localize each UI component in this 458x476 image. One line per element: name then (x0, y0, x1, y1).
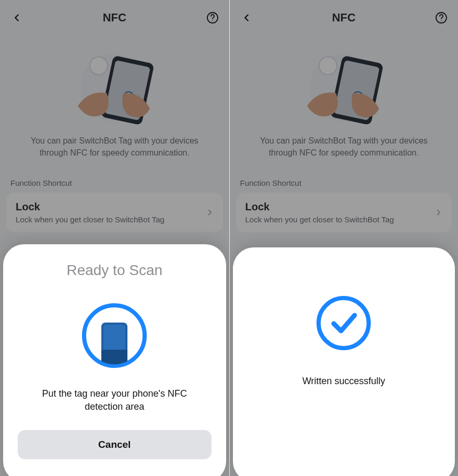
chevron-right-icon (434, 208, 443, 217)
chevron-right-icon (205, 208, 215, 217)
help-icon (435, 11, 448, 24)
sheet-message: Written successfully (292, 375, 396, 388)
section-header: Function Shortcut (230, 169, 459, 193)
function-shortcut-row[interactable]: Lock Lock when you get closer to SwitchB… (236, 193, 452, 232)
page-title: NFC (103, 11, 126, 25)
navbar: NFC (230, 0, 459, 35)
nfc-success-sheet: Written successfully (233, 247, 455, 476)
help-button[interactable] (204, 9, 221, 26)
card-title: Lock (245, 201, 434, 213)
sheet-title: Ready to Scan (66, 262, 162, 279)
hero: You can pair SwitchBot Tag with your dev… (230, 35, 459, 163)
section-header: Function Shortcut (0, 169, 229, 193)
svg-point-17 (319, 57, 337, 75)
chevron-left-icon (241, 12, 252, 23)
card-title: Lock (16, 201, 205, 213)
hero-description: You can pair SwitchBot Tag with your dev… (240, 135, 448, 159)
help-icon (206, 11, 219, 24)
svg-point-12 (441, 20, 442, 21)
card-subtitle: Lock when you get closer to SwitchBot Ta… (16, 215, 205, 224)
side-by-side-stage: NFC You can pair SwitchBot Tag with your… (0, 0, 458, 476)
cancel-button[interactable]: Cancel (18, 430, 212, 459)
section-divider (230, 163, 459, 169)
nfc-phone-icon (80, 302, 148, 370)
svg-point-18 (319, 298, 369, 348)
hero: You can pair SwitchBot Tag with your dev… (0, 35, 229, 163)
function-shortcut-row[interactable]: Lock Lock when you get closer to SwitchB… (6, 193, 223, 232)
section-divider (0, 163, 229, 169)
svg-point-1 (212, 20, 213, 21)
hero-description: You can pair SwitchBot Tag with your dev… (10, 135, 219, 159)
nfc-illustration-icon (286, 46, 401, 124)
left-pane: NFC You can pair SwitchBot Tag with your… (0, 0, 229, 476)
back-button[interactable] (238, 9, 255, 26)
chevron-left-icon (11, 12, 22, 23)
sheet-message: Put the tag near your phone's NFC detect… (18, 387, 212, 413)
navbar: NFC (0, 0, 229, 35)
help-button[interactable] (433, 9, 450, 26)
card-text: Lock Lock when you get closer to SwitchB… (16, 201, 205, 224)
svg-point-6 (90, 57, 108, 75)
card-text: Lock Lock when you get closer to SwitchB… (245, 201, 434, 224)
nfc-illustration-icon (57, 46, 172, 124)
card-subtitle: Lock when you get closer to SwitchBot Ta… (245, 215, 434, 224)
page-title: NFC (332, 11, 356, 25)
checkmark-circle-icon (310, 289, 378, 357)
nfc-scan-sheet: Ready to Scan Put the tag near your phon… (3, 244, 226, 476)
back-button[interactable] (8, 9, 25, 26)
right-pane: NFC You can pair SwitchBot Tag with your… (229, 0, 459, 476)
